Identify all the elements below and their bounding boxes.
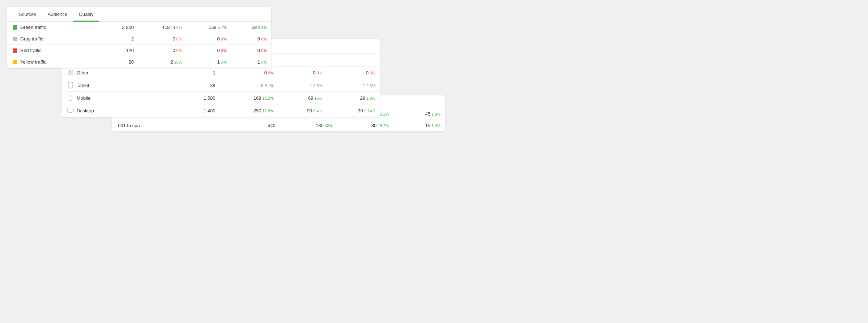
val2: 18040% — [280, 120, 337, 132]
svg-rect-1 — [68, 73, 70, 74]
panel-quality: Sources Audience Quality Green traffic 2… — [7, 7, 271, 68]
row-label: Mobile — [61, 92, 178, 104]
val2: 00% — [220, 66, 278, 79]
val2: 25017.8% — [220, 104, 278, 117]
val1: 39 — [178, 79, 220, 92]
row-label: 001.fb.cpa — [112, 120, 236, 132]
audience-table: Other 1 00% 00% 00% Tablet 39 25.1% 14.6… — [61, 66, 380, 117]
val2: 210% — [138, 56, 187, 68]
val1: 2 800 — [104, 22, 138, 33]
val2: 25.1% — [220, 79, 278, 92]
row-label: Red traffic — [7, 45, 104, 56]
val4: 291.9% — [327, 92, 380, 104]
table-row: 001.fb.cpa 440 18040% 8018.2% 153.4% — [112, 120, 445, 132]
table-row: Other 1 00% 00% 00% — [61, 66, 380, 79]
row-label: Desktop — [61, 104, 178, 117]
val1: 1 400 — [178, 104, 220, 117]
svg-rect-3 — [71, 73, 72, 74]
val3: 00% — [186, 33, 231, 45]
val1: 120 — [104, 45, 138, 56]
row-label: Other — [61, 66, 178, 79]
tab-audience-1[interactable]: Audience — [42, 7, 73, 21]
val4: 12.5% — [327, 79, 380, 92]
val3: 00% — [186, 45, 231, 56]
tab-sources-1[interactable]: Sources — [13, 7, 42, 21]
val4: 592.1% — [231, 22, 271, 33]
tab-quality-1[interactable]: Quality — [73, 7, 99, 21]
val1: 440 — [236, 120, 280, 132]
quality-table: Green traffic 2 800 41814.9% 1595.7% 592… — [7, 22, 271, 68]
val4: 00% — [231, 45, 271, 56]
table-row: Desktop 1 400 25017.8% 906.4% 302.14% — [61, 104, 380, 117]
val3: 8018.2% — [337, 120, 393, 132]
val3: 15% — [186, 56, 231, 68]
val1: 1 — [178, 66, 220, 79]
val3: 6915% — [278, 92, 327, 104]
svg-rect-8 — [68, 108, 73, 112]
val3: 906.4% — [278, 104, 327, 117]
table-row: Mobile 1 500 16811.2% 6915% 291.9% — [61, 92, 380, 104]
val1: 1 500 — [178, 92, 220, 104]
val2: 00% — [138, 33, 187, 45]
val4: 00% — [327, 66, 380, 79]
val4: 00% — [231, 33, 271, 45]
svg-rect-2 — [71, 70, 72, 72]
val1: 20 — [104, 56, 138, 68]
val3: 14.6% — [278, 79, 327, 92]
table-row: Yellow traffic 20 210% 15% 15% — [7, 56, 271, 68]
table-row: Red traffic 120 00% 00% 00% — [7, 45, 271, 56]
val2: 16811.2% — [220, 92, 278, 104]
svg-point-7 — [70, 100, 71, 100]
row-label: Tablet — [61, 79, 178, 92]
val4: 153.4% — [393, 120, 445, 132]
val4: 15% — [231, 56, 271, 68]
val4: 302.14% — [327, 104, 380, 117]
svg-point-5 — [70, 87, 71, 88]
svg-rect-0 — [68, 70, 70, 72]
panel1-tabs: Sources Audience Quality — [7, 7, 271, 22]
row-label: Yellow traffic — [7, 56, 104, 68]
val3: 1595.7% — [186, 22, 231, 33]
val1: 2 — [104, 33, 138, 45]
table-row: Tablet 39 25.1% 14.6% 12.5% — [61, 79, 380, 92]
val2: 00% — [138, 45, 187, 56]
row-label: Green traffic — [7, 22, 104, 33]
table-row: Green traffic 2 800 41814.9% 1595.7% 592… — [7, 22, 271, 33]
val4: 451.8% — [393, 108, 445, 120]
val3: 00% — [278, 66, 327, 79]
val2: 41814.9% — [138, 22, 187, 33]
table-row: Gray traffic 2 00% 00% 00% — [7, 33, 271, 45]
row-label: Gray traffic — [7, 33, 104, 45]
